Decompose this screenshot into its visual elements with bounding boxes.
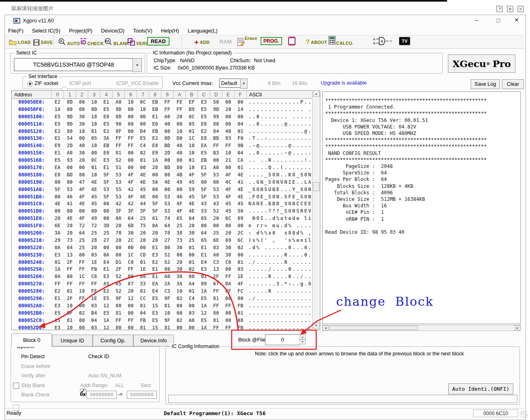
hex-byte[interactable]: 80 [174,164,186,171]
hex-byte[interactable]: 0C [186,113,198,120]
hex-byte[interactable]: 4E [88,186,100,193]
hex-byte[interactable]: E1 [198,252,210,259]
hex-byte[interactable]: 4F [222,194,235,200]
hex-byte[interactable]: 30 [222,244,235,251]
hex-byte[interactable]: 01 [186,244,198,251]
hex-byte[interactable]: E5 [198,317,210,324]
hex-byte[interactable]: 46 [174,194,186,200]
outer-close-icon[interactable] [517,5,524,13]
hex-byte[interactable]: A0 [186,317,198,324]
hex-byte[interactable]: E4 [100,259,113,266]
hex-byte[interactable]: 4E [186,208,198,215]
hex-byte[interactable]: 00 [174,324,186,330]
hex-byte[interactable]: 42 [113,200,125,207]
hex-byte[interactable]: 4E [235,172,247,178]
hex-byte[interactable]: 42 [125,186,137,193]
hex-byte[interactable]: 00 [64,164,76,171]
hex-byte[interactable]: 40 [222,128,235,135]
hex-byte[interactable]: 15 [52,317,64,324]
hex-byte[interactable]: 53 [198,208,210,215]
hex-byte[interactable]: 00 [100,244,113,251]
hex-byte[interactable]: 6E [210,237,222,244]
hex-byte[interactable]: FF [161,99,174,106]
hex-byte[interactable]: E5 [100,310,113,317]
hex-byte[interactable]: 00 [174,310,186,317]
hex-byte[interactable]: 00 [137,164,149,171]
hex-byte[interactable]: 0C [137,99,149,106]
hex-byte[interactable]: 02 [174,317,186,324]
hex-byte[interactable]: 0A [149,222,161,229]
hex-byte[interactable]: 6C [222,215,235,222]
hex-byte[interactable]: 00 [222,121,235,128]
hex-byte[interactable]: FF [125,266,137,273]
hex-byte[interactable]: 81 [210,317,222,324]
hex-byte[interactable]: FF [161,106,174,113]
hex-byte[interactable]: 45 [222,208,235,215]
hex-byte[interactable]: A0 [210,252,222,259]
tab-unique-id[interactable]: Unique ID [52,335,93,346]
hex-byte[interactable]: 49 [174,179,186,186]
erase-button[interactable]: Erase [237,36,258,47]
hex-byte[interactable]: 0A [52,244,64,251]
hex-byte[interactable]: E5 [52,310,64,317]
hex-byte[interactable]: E1 [100,164,113,171]
hex-byte[interactable]: 00 [52,194,64,200]
hex-byte[interactable]: E5 [198,295,210,302]
zif-socket-radio[interactable] [27,81,33,87]
hex-byte[interactable]: 13 [210,266,222,273]
hex-byte[interactable]: 00 [76,317,88,324]
hex-byte[interactable]: EB [198,157,210,164]
hex-byte[interactable]: 00 [52,208,64,215]
hex-byte[interactable]: 25 [186,237,198,244]
prog-button[interactable]: PROG. [261,37,282,45]
hex-byte[interactable]: FF [210,288,222,295]
hex-byte[interactable]: FB [235,324,247,330]
hex-byte[interactable]: 99 [210,113,222,120]
hex-byte[interactable]: 20 [186,222,198,229]
hex-byte[interactable]: 20 [113,237,125,244]
hex-byte[interactable]: 01 [235,310,247,317]
hex-byte[interactable]: EB [149,99,161,106]
hex-byte[interactable]: 84 [210,128,222,135]
hex-byte[interactable]: E1 [149,273,161,280]
hex-byte[interactable]: 5F [149,208,161,215]
hex-byte[interactable]: 00 [88,150,100,157]
hex-byte[interactable]: A0 [161,273,174,280]
hex-byte[interactable]: 00 [174,157,186,164]
hex-byte[interactable]: 1A [198,288,210,295]
hex-byte[interactable]: 74 [161,215,174,222]
hex-byte[interactable]: 00 [52,179,64,186]
hex-byte[interactable]: 4F [222,172,235,178]
hex-byte[interactable]: 00 [222,222,235,229]
hex-byte[interactable]: 01 [52,259,64,266]
hex-byte[interactable]: DA [222,281,235,287]
hex-byte[interactable]: 00 [64,273,76,280]
menu-language-l-[interactable]: Language(L) [188,28,218,34]
hex-byte[interactable]: FF [76,281,88,287]
hex-byte[interactable]: 00 [235,295,247,302]
hex-byte[interactable]: 64 [198,230,210,237]
hex-byte[interactable]: E2 [100,288,113,295]
fullscreen-icon[interactable] [506,5,514,13]
hex-byte[interactable]: 2F [64,295,76,302]
hex-byte[interactable]: E2 [100,128,113,135]
hex-byte[interactable]: 5F [100,194,113,200]
read-button[interactable]: READ [147,37,169,46]
hex-byte[interactable]: E5 [52,157,64,164]
hex-byte[interactable]: 01 [64,288,76,295]
hex-byte[interactable]: 3A [174,281,186,287]
hex-byte[interactable]: 9F [64,310,76,317]
hex-byte[interactable]: 00 [125,164,137,171]
hex-byte[interactable]: EA [149,281,161,287]
hex-byte[interactable]: 30 [125,230,137,237]
hex-byte[interactable]: 80 [210,121,222,128]
hex-byte[interactable]: 64 [64,244,76,251]
hex-byte[interactable]: 65 [198,237,210,244]
hex-byte[interactable]: A5 [113,281,125,287]
hex-byte[interactable]: 00 [76,208,88,215]
hex-byte[interactable]: 01 [137,324,149,330]
hex-byte[interactable]: 25 [174,222,186,229]
hex-byte[interactable]: 53 [161,208,174,215]
menu-device-d-[interactable]: Device(D) [101,28,124,34]
hex-byte[interactable]: 40 [76,142,88,149]
